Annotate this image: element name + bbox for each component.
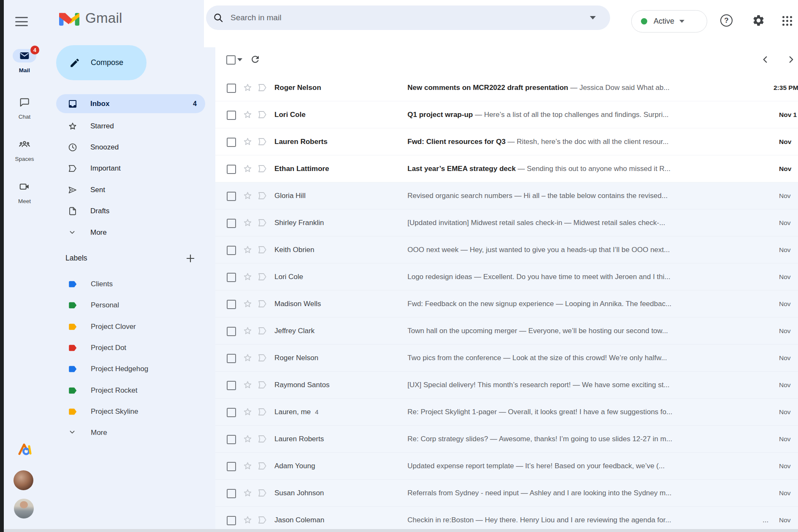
label-item-clients[interactable]: Clients [56, 274, 205, 295]
star-icon[interactable] [242, 217, 253, 228]
star-icon[interactable] [242, 326, 253, 336]
email-checkbox[interactable] [227, 327, 236, 336]
importance-marker-icon[interactable] [257, 353, 268, 363]
sidebar-item-inbox[interactable]: Inbox4 [56, 94, 205, 113]
email-row[interactable]: Roger NelsonTwo pics from the conference… [215, 345, 798, 372]
label-item-project-hedgehog[interactable]: Project Hedgehog [56, 358, 205, 380]
star-icon[interactable] [242, 271, 253, 282]
help-icon[interactable]: ? [720, 14, 733, 27]
sidebar-item-snoozed[interactable]: Snoozed [56, 137, 205, 158]
star-icon[interactable] [242, 353, 253, 363]
labels-more[interactable]: More [56, 422, 205, 443]
sidebar-item-chat[interactable]: Chat [4, 95, 45, 120]
email-row[interactable]: Madison WellsFwd: Feedback on the new si… [215, 290, 798, 318]
label-item-project-dot[interactable]: Project Dot [56, 337, 205, 358]
sidebar-item-meet[interactable]: Meet [4, 180, 45, 204]
email-row[interactable]: Roger NelsonNew comments on MCR2022 draf… [215, 74, 798, 101]
importance-marker-icon[interactable] [257, 299, 268, 309]
star-icon[interactable] [242, 407, 253, 417]
email-row[interactable]: Shirley Franklin[Updated invitation] Mid… [215, 209, 798, 236]
email-checkbox[interactable] [227, 516, 236, 525]
email-row[interactable]: Susan JohnsonReferrals from Sydney - nee… [215, 480, 798, 507]
importance-marker-icon[interactable] [257, 109, 268, 120]
importance-marker-icon[interactable] [257, 380, 268, 390]
email-checkbox[interactable] [227, 219, 236, 228]
search-options-chevron-down-icon[interactable] [590, 16, 596, 19]
google-apps-grid-icon[interactable] [782, 15, 793, 27]
email-checkbox[interactable] [227, 111, 236, 120]
select-all-checkbox[interactable] [226, 55, 236, 65]
email-checkbox[interactable] [227, 462, 236, 471]
email-row[interactable]: Raymond Santos[UX] Special delivery! Thi… [215, 372, 798, 399]
star-icon[interactable] [242, 190, 253, 201]
star-icon[interactable] [242, 515, 253, 525]
email-row[interactable]: Lori ColeLogo redesign ideas — Excellent… [215, 263, 798, 290]
importance-marker-icon[interactable] [257, 163, 268, 174]
sidebar-item-more[interactable]: More [56, 222, 205, 243]
sidebar-item-drafts[interactable]: Drafts [56, 201, 205, 222]
sidebar-item-starred[interactable]: Starred [56, 115, 205, 136]
email-row[interactable]: Lauren RobertsFwd: Client resources for … [215, 128, 798, 155]
search-bar[interactable] [206, 5, 610, 30]
email-checkbox[interactable] [227, 300, 236, 309]
email-checkbox[interactable] [227, 354, 236, 363]
star-icon[interactable] [242, 244, 253, 255]
email-checkbox[interactable] [227, 138, 236, 147]
importance-marker-icon[interactable] [257, 488, 268, 498]
importance-marker-icon[interactable] [257, 407, 268, 417]
sidebar-item-spaces[interactable]: Spaces [4, 138, 45, 162]
importance-marker-icon[interactable] [257, 326, 268, 336]
email-row[interactable]: Lori ColeQ1 project wrap-up — Here’s a l… [215, 101, 798, 128]
sidebar-item-sent[interactable]: Sent [56, 179, 205, 201]
importance-marker-icon[interactable] [257, 244, 268, 255]
avatar[interactable] [14, 470, 33, 490]
email-checkbox[interactable] [227, 435, 236, 444]
email-row[interactable]: Keith ObrienOOO next week — Hey, just wa… [215, 236, 798, 263]
add-label-plus-icon[interactable] [185, 252, 196, 264]
importance-marker-icon[interactable] [257, 190, 268, 201]
email-row[interactable]: Lauren, me4Re: Project Skylight 1-pager … [215, 399, 798, 426]
importance-marker-icon[interactable] [257, 82, 268, 93]
email-row[interactable]: Jason ColemanCheckin in re:Boston — Hey … [215, 507, 798, 532]
settings-gear-icon[interactable] [752, 14, 765, 27]
email-checkbox[interactable] [227, 408, 236, 417]
star-icon[interactable] [242, 461, 253, 471]
older-page-chevron-right-icon[interactable] [786, 54, 797, 65]
email-checkbox[interactable] [227, 165, 236, 174]
email-row[interactable]: Adam YoungUpdated expense report templat… [215, 453, 798, 480]
importance-marker-icon[interactable] [257, 271, 268, 282]
sidebar-item-important[interactable]: Important [56, 158, 205, 179]
email-row[interactable]: Gloria HillRevised organic search number… [215, 182, 798, 209]
star-icon[interactable] [242, 434, 253, 444]
email-checkbox[interactable] [227, 192, 236, 201]
importance-marker-icon[interactable] [257, 515, 268, 525]
email-checkbox[interactable] [227, 489, 236, 498]
label-item-project-clover[interactable]: Project Clover [56, 316, 205, 337]
label-item-project-skyline[interactable]: Project Skyline [56, 401, 205, 422]
status-selector[interactable]: Active [631, 10, 707, 33]
search-input[interactable] [230, 13, 590, 23]
star-icon[interactable] [242, 380, 253, 390]
star-icon[interactable] [242, 299, 253, 309]
compose-button[interactable]: Compose [56, 45, 147, 80]
email-checkbox[interactable] [227, 273, 236, 282]
star-icon[interactable] [242, 82, 253, 93]
star-icon[interactable] [242, 109, 253, 120]
importance-marker-icon[interactable] [257, 461, 268, 471]
newer-page-chevron-left-icon[interactable] [760, 54, 771, 65]
email-checkbox[interactable] [227, 84, 236, 93]
main-menu-icon[interactable] [15, 17, 28, 26]
star-icon[interactable] [242, 136, 253, 147]
email-checkbox[interactable] [227, 246, 236, 255]
avatar[interactable] [14, 499, 34, 518]
addon-app-icon[interactable] [16, 441, 33, 459]
email-row[interactable]: Ethan LattimoreLast year’s EMEA strategy… [215, 155, 798, 182]
email-row[interactable]: Jeffrey ClarkTown hall on the upcoming m… [215, 318, 798, 345]
importance-marker-icon[interactable] [257, 434, 268, 444]
importance-marker-icon[interactable] [257, 136, 268, 147]
select-options-chevron-down-icon[interactable] [237, 58, 242, 61]
email-checkbox[interactable] [227, 381, 236, 390]
label-item-personal[interactable]: Personal [56, 295, 205, 316]
star-icon[interactable] [242, 163, 253, 174]
refresh-icon[interactable] [250, 54, 261, 65]
